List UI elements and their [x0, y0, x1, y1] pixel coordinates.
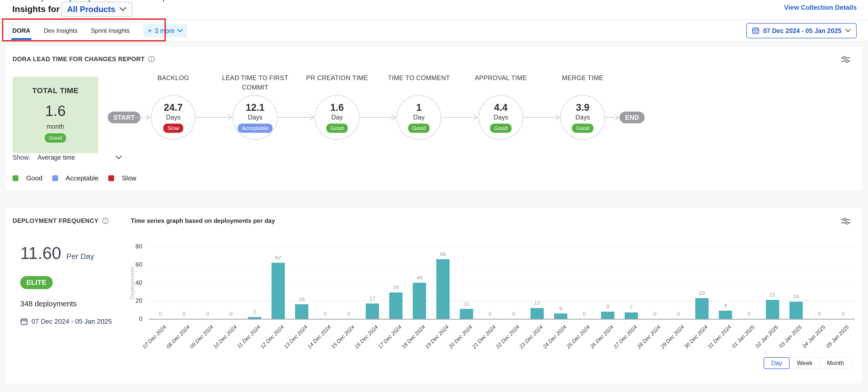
- legend-swatch-good: [12, 175, 19, 181]
- tab-dev-insights[interactable]: Dev Insights: [44, 20, 78, 41]
- total-time-status-badge: Good: [45, 133, 66, 143]
- x-axis-line: [149, 319, 855, 320]
- bar-value-label: 9: [715, 302, 736, 309]
- bar-26-dec-2024[interactable]: [601, 312, 614, 319]
- chart-settings-icon[interactable]: [840, 55, 851, 64]
- bar-value-label: 6: [551, 305, 571, 311]
- bar-20-dec-2024[interactable]: [460, 309, 473, 319]
- y-axis-tick-label: 80: [124, 243, 142, 250]
- report-tabs: DORADev InsightsSprint Insights+3 more: [12, 20, 187, 41]
- bar-03-jan-2025[interactable]: [789, 302, 803, 319]
- gridline: [149, 301, 855, 301]
- stage-value: 1.6: [330, 102, 344, 113]
- total-time-unit: month: [46, 123, 64, 130]
- bar-value-label: 0: [809, 311, 830, 317]
- gridline: [149, 265, 855, 265]
- bar-24-dec-2024[interactable]: [554, 313, 567, 319]
- stage-value: 12.1: [246, 102, 265, 113]
- granularity-week-button[interactable]: Week: [789, 357, 820, 369]
- chevron-down-icon: [177, 29, 183, 33]
- bar-value-label: 11: [456, 301, 477, 307]
- date-range-picker[interactable]: 07 Dec 2024 - 05 Jan 2025: [746, 23, 857, 38]
- bar-value-label: 0: [150, 311, 171, 317]
- bar-02-jan-2025[interactable]: [766, 300, 779, 319]
- y-axis-tick-label: 20: [124, 297, 142, 304]
- flow-arrow-icon: [360, 114, 396, 122]
- granularity-month-button[interactable]: Month: [819, 357, 851, 369]
- total-time-label: TOTAL TIME: [32, 86, 79, 95]
- stage-circle-approval-time: 4.4DaysGood: [478, 95, 523, 140]
- info-icon[interactable]: [148, 56, 155, 62]
- bar-value-label: 0: [574, 311, 594, 317]
- bar-value-label: 2: [244, 309, 265, 315]
- bar-value-label: 0: [339, 311, 359, 317]
- chevron-down-icon: [119, 7, 126, 11]
- bar-value-label: 62: [268, 254, 288, 261]
- bar-19-dec-2024[interactable]: [436, 259, 450, 319]
- lead-time-report-card: DORA LEAD TIME FOR CHANGES REPORT TOTAL …: [5, 46, 863, 191]
- stage-value: 1: [416, 102, 422, 113]
- y-axis-tick-label: 60: [124, 261, 142, 268]
- stage-label: MERGE TIME: [548, 73, 617, 83]
- bar-27-dec-2024[interactable]: [625, 312, 638, 319]
- bar-16-dec-2024[interactable]: [366, 303, 379, 319]
- y-axis-tick-label: 0: [124, 315, 142, 323]
- stage-status-badge: Good: [408, 124, 429, 133]
- tabs-more-dropdown[interactable]: +3 more: [143, 24, 187, 38]
- bar-value-label: 0: [315, 311, 336, 317]
- legend-label: Slow: [122, 174, 136, 182]
- bar-23-dec-2024[interactable]: [530, 308, 544, 319]
- bar-value-label: 7: [621, 304, 642, 310]
- bar-value-label: 8: [597, 303, 618, 310]
- clipped-content-artifact: [70, 0, 71, 2]
- flow-arrow-icon: [278, 114, 314, 122]
- stage-label: TIME TO COMMENT: [384, 73, 454, 83]
- stage-label: LEAD TIME TO FIRST COMMIT: [221, 73, 290, 92]
- bar-value-label: 0: [833, 311, 854, 317]
- stage-value: 4.4: [494, 102, 508, 113]
- view-collection-details-link[interactable]: View Collection Details: [784, 4, 857, 11]
- stage-circle-time-to-comment: 1DayGood: [396, 95, 441, 140]
- flow-arrow-icon: [196, 114, 232, 122]
- report-tab-bar: DORADev InsightsSprint Insights+3 more 0…: [0, 20, 868, 41]
- bar-13-dec-2024[interactable]: [295, 304, 308, 319]
- stage-circle-lead-time-to-first-commit: 12.1DaysAcceptable: [232, 95, 278, 140]
- product-selector-dropdown[interactable]: All Products: [61, 2, 132, 17]
- plus-icon: +: [148, 26, 152, 35]
- bar-11-dec-2024[interactable]: [248, 317, 261, 319]
- bar-value-label: 40: [409, 275, 430, 281]
- granularity-toggle: DayWeekMonth: [764, 357, 851, 369]
- product-selector-label: All Products: [67, 5, 115, 14]
- show-metric-dropdown[interactable]: Show: Average time: [12, 154, 122, 161]
- legend-swatch-slow: [108, 175, 114, 181]
- show-label: Show:: [12, 154, 30, 161]
- tab-sprint-insights[interactable]: Sprint Insights: [91, 20, 130, 41]
- stage-unit: Days: [248, 114, 262, 121]
- tabs-more-label: 3 more: [155, 27, 175, 34]
- bar-30-dec-2024[interactable]: [695, 298, 709, 319]
- bar-value-label: 12: [527, 300, 547, 306]
- bar-17-dec-2024[interactable]: [389, 293, 403, 319]
- flow-arrow-icon: [605, 114, 620, 122]
- date-range-label: 07 Dec 2024 - 05 Jan 2025: [763, 27, 841, 34]
- stage-label: APPROVAL TIME: [466, 73, 535, 83]
- lead-time-card-title-text: DORA LEAD TIME FOR CHANGES REPORT: [12, 56, 145, 63]
- flow-arrow-icon: [441, 114, 478, 122]
- calendar-icon: [752, 27, 760, 34]
- bar-value-label: 0: [645, 311, 665, 317]
- bar-value-label: 16: [291, 296, 312, 302]
- bar-31-dec-2024[interactable]: [719, 311, 732, 319]
- bar-18-dec-2024[interactable]: [413, 283, 426, 319]
- tab-dora[interactable]: DORA: [12, 20, 30, 41]
- stage-unit: Days: [576, 114, 590, 121]
- bar-value-label: 66: [433, 251, 453, 257]
- granularity-day-button[interactable]: Day: [764, 357, 790, 369]
- legend-swatch-acceptable: [52, 175, 58, 181]
- bar-value-label: 21: [762, 292, 783, 298]
- stage-status-badge: Good: [490, 124, 511, 133]
- bar-12-dec-2024[interactable]: [272, 263, 285, 319]
- page-title: Insights for: [12, 4, 60, 14]
- chevron-down-icon: [116, 155, 122, 160]
- y-axis-tick-label: 40: [124, 279, 142, 286]
- deployment-frequency-card: DEPLOYMENT FREQUENCY Time series graph b…: [5, 207, 863, 384]
